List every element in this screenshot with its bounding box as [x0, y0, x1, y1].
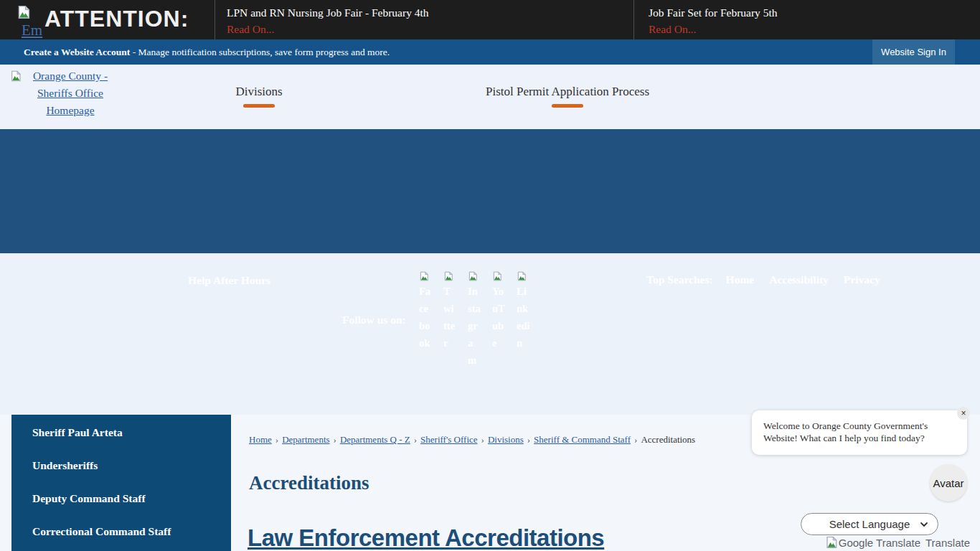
- google-translate-icon: [825, 536, 838, 549]
- attention-label: ATTENTION:: [44, 6, 189, 32]
- social-link-label: YouTube: [492, 286, 505, 349]
- top-search-accessibility-link[interactable]: Accessibility: [769, 273, 829, 286]
- attention-bar: Em ATTENTION: LPN and RN Nursing Job Fai…: [0, 0, 980, 39]
- social-link-label: Instagram: [468, 286, 481, 366]
- breadcrumb-current: Accreditations: [641, 434, 695, 445]
- broken-image-icon: [17, 5, 31, 19]
- nav-underline-indicator: [243, 104, 275, 108]
- breadcrumb-separator: ›: [527, 434, 530, 445]
- attention-item-title: Job Fair Set for February 5th: [649, 6, 980, 19]
- page-title: Accreditations: [249, 472, 369, 494]
- breadcrumb-separator: ›: [275, 434, 278, 445]
- sidebar-item-undersheriffs[interactable]: Undersheriffs: [11, 448, 231, 481]
- social-link-label: Twitter: [443, 286, 455, 349]
- create-account-link[interactable]: Create a Website Account: [24, 47, 130, 57]
- youtube-link[interactable]: YouTube: [492, 271, 506, 369]
- website-sign-in-button[interactable]: Website Sign In: [872, 39, 955, 65]
- chat-close-button[interactable]: ×: [957, 407, 970, 420]
- attention-item: LPN and RN Nursing Job Fair - February 4…: [215, 0, 634, 39]
- top-searches-label: Top Searches:: [646, 273, 713, 286]
- google-translate-alt-text: Google Translate: [839, 537, 920, 549]
- breadcrumb-link[interactable]: Home: [249, 434, 272, 445]
- breadcrumb-separator: ›: [414, 434, 417, 445]
- site-logo-link[interactable]: Orange County - Sheriffs Office Homepage: [10, 67, 125, 119]
- youtube-icon: [492, 271, 502, 281]
- breadcrumb-link[interactable]: Divisions: [488, 434, 524, 445]
- social-link-label: Facebook: [419, 286, 430, 349]
- top-search-home-link[interactable]: Home: [726, 273, 755, 286]
- section-heading: Law Enforcement Accreditations: [248, 524, 604, 551]
- read-on-link[interactable]: Read On...: [649, 23, 696, 36]
- attention-item: Job Fair Set for February 5th Read On...: [634, 0, 980, 39]
- read-on-link[interactable]: Read On...: [227, 23, 274, 36]
- nav-item-label: Divisions: [235, 85, 282, 98]
- breadcrumb-link[interactable]: Departments: [282, 434, 329, 445]
- breadcrumb-link[interactable]: Sheriff & Command Staff: [534, 434, 631, 445]
- nav-underline-indicator: [552, 104, 583, 108]
- twitter-link[interactable]: Twitter: [443, 271, 457, 369]
- linkedin-icon: [517, 271, 527, 281]
- nav-item-divisions[interactable]: Divisions: [211, 85, 307, 108]
- breadcrumb-link[interactable]: Departments Q - Z: [340, 434, 410, 445]
- help-after-hours-link[interactable]: Help After Hours: [188, 274, 270, 287]
- nav-item-label: Pistol Permit Application Process: [486, 85, 649, 98]
- breadcrumb-link[interactable]: Sheriff's Office: [420, 434, 477, 445]
- sidebar-item-sheriff-paul-arteta[interactable]: Sheriff Paul Arteta: [11, 415, 231, 448]
- facebook-link[interactable]: Facebook: [419, 271, 433, 369]
- language-select-label: Select Language: [829, 518, 910, 530]
- facebook-icon: [419, 271, 429, 281]
- follow-us-label: Follow us on:: [342, 314, 406, 326]
- attention-item-title: LPN and RN Nursing Job Fair - February 4…: [227, 6, 633, 19]
- breadcrumb-separator: ›: [634, 434, 637, 445]
- site-header: Orange County - Sheriffs Office Homepage…: [0, 65, 980, 129]
- google-translate-row: Google Translate Translate: [825, 536, 970, 549]
- chat-message: Welcome to Orange County Government's We…: [763, 420, 957, 444]
- sidebar-item-correctional-command-staff[interactable]: Correctional Command Staff: [11, 514, 231, 547]
- sidebar-item-deputy-command-staff[interactable]: Deputy Command Staff: [11, 481, 231, 514]
- breadcrumb: Home›Departments›Departments Q - Z›Sheri…: [249, 434, 695, 446]
- page: Em ATTENTION: LPN and RN Nursing Job Fai…: [0, 0, 980, 551]
- broken-image-icon: [10, 70, 22, 82]
- instagram-link[interactable]: Instagram: [468, 271, 481, 369]
- account-bar: Create a Website Account - Manage notifi…: [0, 39, 980, 65]
- attention-icon-alt-fragment: Em: [22, 22, 42, 39]
- chevron-down-icon: [920, 520, 928, 529]
- account-bar-description: - Manage notification subscriptions, sav…: [130, 47, 390, 57]
- linkedin-link[interactable]: Linkedin: [517, 271, 530, 369]
- nav-item-pistol-permit[interactable]: Pistol Permit Application Process: [460, 85, 675, 108]
- logo-alt-text: Orange County - Sheriffs Office Homepage: [24, 67, 116, 119]
- breadcrumb-separator: ›: [334, 434, 336, 445]
- quicklinks-band: Help After Hours Follow us on: Facebook …: [0, 129, 980, 253]
- chat-avatar[interactable]: Avatar: [930, 464, 967, 501]
- social-links: Facebook Twitter Instagram YouTube Linke…: [419, 271, 541, 369]
- attention-left: Em ATTENTION:: [0, 0, 215, 39]
- social-link-label: Linkedin: [517, 286, 530, 349]
- twitter-icon: [443, 271, 453, 281]
- breadcrumb-separator: ›: [481, 434, 484, 445]
- top-searches: Top Searches: Home Accessibility Privacy: [646, 273, 895, 286]
- sidebar-menu: Sheriff Paul Arteta Undersheriffs Deputy…: [11, 415, 231, 551]
- language-select[interactable]: Select Language: [801, 513, 938, 535]
- translate-button[interactable]: Translate: [925, 537, 970, 549]
- account-bar-text: Create a Website Account - Manage notifi…: [24, 39, 390, 65]
- chat-bubble: Welcome to Orange County Government's We…: [752, 410, 967, 455]
- instagram-icon: [468, 271, 478, 281]
- top-search-privacy-link[interactable]: Privacy: [844, 273, 880, 286]
